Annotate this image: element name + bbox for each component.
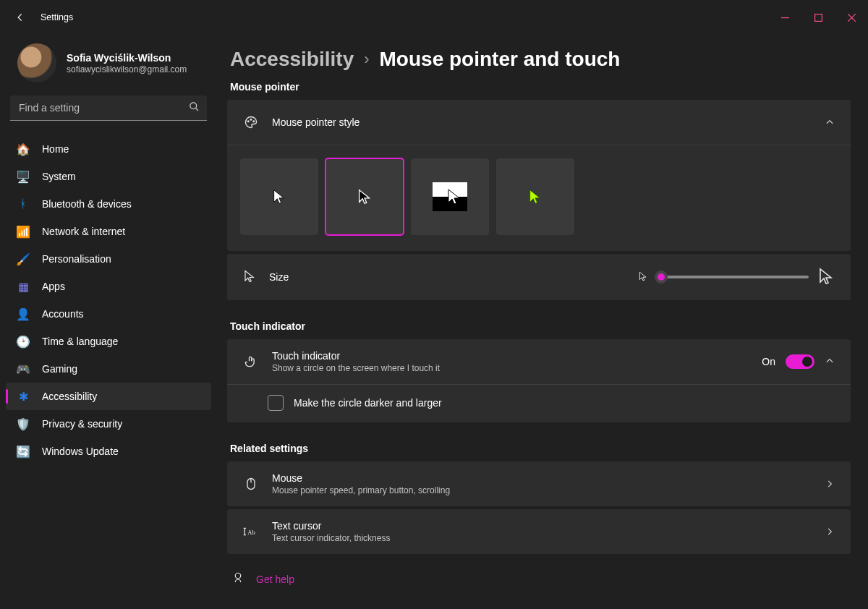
gaming-icon: 🎮 [16,362,30,376]
help-icon [231,571,244,587]
cursor-small-icon [638,271,648,284]
wifi-icon: 📶 [16,224,30,239]
get-help-link[interactable]: Get help [256,574,294,585]
sidebar-item-label: Apps [42,281,65,292]
sidebar-item-label: Home [42,143,69,155]
sidebar-item-label: System [42,171,76,182]
minimize-button[interactable] [768,6,801,29]
sidebar-item-label: Personalisation [42,253,111,265]
close-button[interactable] [835,6,868,29]
svg-rect-0 [781,17,789,18]
touch-subtitle: Show a circle on the screen where I touc… [272,363,440,373]
accessibility-icon: ✱ [16,389,30,404]
app-title: Settings [41,12,73,22]
sidebar-item-personalisation[interactable]: 🖌️Personalisation [6,245,211,273]
sidebar-item-bluetooth[interactable]: ᚼBluetooth & devices [6,190,211,218]
sidebar-item-system[interactable]: 🖥️System [6,163,211,190]
sidebar-item-privacy[interactable]: 🛡️Privacy & security [6,410,211,438]
window-controls [768,6,868,29]
mouse-icon [243,477,259,491]
related-subtitle: Mouse pointer speed, primary button, scr… [272,485,450,495]
sidebar-item-network[interactable]: 📶Network & internet [6,218,211,245]
size-label: Size [269,271,289,283]
sidebar-item-label: Time & language [42,336,118,347]
chevron-up-icon [825,117,835,127]
section-mouse-pointer: Mouse pointer [230,81,851,93]
sidebar-item-time[interactable]: 🕑Time & language [6,328,211,355]
section-touch-indicator: Touch indicator [230,320,851,332]
main-content: Accessibility › Mouse pointer and touch … [217,35,868,609]
touch-icon [243,354,259,369]
related-text-cursor-row[interactable]: Ab Text cursor Text cursor indicator, th… [227,509,851,554]
sidebar-item-update[interactable]: 🔄Windows Update [6,438,211,465]
touch-sub-option-row[interactable]: Make the circle darker and larger [227,384,851,422]
nav-list: 🏠Home 🖥️System ᚼBluetooth & devices 📶Net… [0,131,217,469]
shield-icon: 🛡️ [16,417,30,431]
related-subtitle: Text cursor indicator, thickness [272,533,390,543]
sidebar-item-label: Windows Update [42,446,119,457]
pointer-style-black[interactable] [326,158,404,235]
search-box[interactable] [10,95,207,121]
related-mouse-row[interactable]: Mouse Mouse pointer speed, primary butto… [227,461,851,506]
sidebar-item-accessibility[interactable]: ✱Accessibility [6,383,211,410]
search-input[interactable] [17,101,189,114]
svg-point-2 [190,103,197,109]
sidebar-item-gaming[interactable]: 🎮Gaming [6,355,211,383]
pointer-style-custom[interactable] [496,158,574,235]
sidebar-item-label: Accounts [42,308,84,320]
chevron-right-icon: › [364,50,369,69]
profile-block[interactable]: Sofia Wyciślik-Wilson sofiawycislikwilso… [0,39,217,93]
touch-sub-label: Make the circle darker and larger [294,397,442,409]
sidebar-item-apps[interactable]: ▦Apps [6,273,211,300]
user-email: sofiawycislikwilson@gmail.com [67,64,187,74]
sidebar-item-label: Accessibility [42,391,97,402]
svg-text:Ab: Ab [247,529,255,536]
page-title: Mouse pointer and touch [380,48,621,71]
sidebar-item-label: Gaming [42,363,77,375]
pointer-style-title: Mouse pointer style [272,116,359,128]
sidebar-item-home[interactable]: 🏠Home [6,135,211,163]
sidebar-item-label: Privacy & security [42,418,122,430]
svg-rect-1 [814,14,822,21]
account-icon: 👤 [16,307,30,321]
related-title: Mouse [272,472,450,484]
system-icon: 🖥️ [16,169,30,184]
pointer-style-white[interactable] [240,158,318,235]
touch-indicator-row[interactable]: Touch indicator Show a circle on the scr… [227,339,851,384]
touch-sub-checkbox[interactable] [268,395,284,411]
search-icon [189,101,200,114]
back-button[interactable] [13,10,27,25]
touch-indicator-panel: Touch indicator Show a circle on the scr… [227,339,851,422]
sidebar: Sofia Wyciślik-Wilson sofiawycislikwilso… [0,35,217,609]
maximize-button[interactable] [801,6,835,29]
svg-point-3 [247,121,249,122]
related-title: Text cursor [272,520,390,532]
chevron-right-icon [825,479,835,489]
chevron-right-icon [825,527,835,537]
touch-title: Touch indicator [272,350,440,362]
size-slider[interactable] [657,276,809,278]
section-related: Related settings [230,443,851,454]
text-cursor-icon: Ab [243,526,259,537]
brush-icon: 🖌️ [16,252,30,266]
pointer-style-inverted[interactable] [411,158,489,235]
user-name: Sofia Wyciślik-Wilson [67,51,187,64]
bluetooth-icon: ᚼ [16,197,30,211]
pointer-style-options [227,145,851,251]
cursor-large-icon [817,268,835,287]
breadcrumb: Accessibility › Mouse pointer and touch [227,48,851,71]
svg-point-5 [253,121,255,122]
breadcrumb-parent[interactable]: Accessibility [230,48,354,71]
svg-point-12 [235,573,241,579]
slider-knob[interactable] [655,271,668,284]
sidebar-item-accounts[interactable]: 👤Accounts [6,300,211,328]
home-icon: 🏠 [16,142,30,156]
get-help-row[interactable]: Get help [227,564,851,587]
palette-icon [243,115,259,129]
sidebar-item-label: Bluetooth & devices [42,198,132,210]
update-icon: 🔄 [16,444,30,459]
chevron-up-icon [825,356,835,368]
touch-toggle[interactable] [786,354,814,369]
clock-icon: 🕑 [16,334,30,349]
pointer-style-header[interactable]: Mouse pointer style [227,100,851,145]
